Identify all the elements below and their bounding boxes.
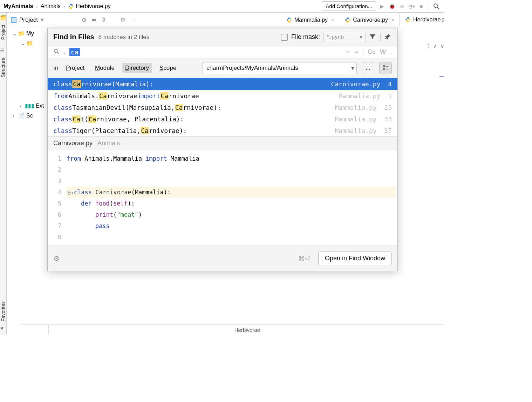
chevron-right-icon: › [34, 3, 39, 9]
chevron-down-icon[interactable]: ▾ [41, 16, 44, 24]
keyboard-shortcut: ⌘⏎ [298, 255, 310, 262]
debug-icon[interactable]: 🐞 [388, 2, 396, 10]
scope-project[interactable]: Project [63, 63, 87, 73]
project-view-icon [11, 17, 16, 23]
structure-icon: ☰ [0, 48, 6, 54]
scope-directory[interactable]: Directory [122, 63, 152, 73]
pin-icon[interactable] [384, 33, 392, 41]
dialog-footer: ⚙ ⌘⏎ Open in Find Window [48, 246, 397, 271]
breadcrumb-file[interactable]: Herbivorae.py [76, 3, 111, 9]
close-icon[interactable]: × [391, 17, 394, 23]
svg-rect-7 [386, 69, 388, 69]
profile-icon[interactable]: ◔▾ [408, 2, 415, 10]
scope-in-label: In [53, 65, 58, 72]
code-gutter: 1 2 3 4 5 6 7 8 [48, 150, 65, 246]
search-row: ⌄ ca × ⤶ Cc W . [48, 46, 397, 59]
preview-header: Carnivorae.py Animals [48, 136, 397, 150]
recursive-toggle[interactable] [379, 62, 392, 74]
filter-icon[interactable] [369, 33, 377, 41]
separator [380, 33, 381, 41]
tree-label: Ext [36, 101, 44, 111]
breadcrumb-mid[interactable]: Animals [41, 3, 61, 9]
chevron-down-icon[interactable]: ⌄ [21, 39, 25, 48]
newline-icon[interactable]: ⤶ [354, 48, 359, 56]
svg-rect-6 [383, 68, 385, 70]
libraries-icon: ▮▮▮ [25, 101, 34, 111]
find-in-files-dialog: Find in Files 8 matches in 2 files File … [47, 28, 398, 271]
result-row[interactable]: class TasmanianDevil(Marsupialia, Carniv… [48, 102, 397, 113]
minimize-icon[interactable]: — [130, 16, 136, 24]
regex-toggle[interactable]: . [390, 48, 392, 56]
tab-herbivorae[interactable]: Herbivorae.py × [400, 13, 444, 27]
tree-label: Sc [26, 111, 33, 121]
coverage-icon[interactable]: ⟲ [398, 2, 405, 10]
svg-line-1 [437, 7, 439, 9]
clear-icon[interactable]: × [346, 48, 349, 56]
python-file-icon [345, 17, 351, 23]
python-file-icon [286, 17, 292, 23]
words-toggle[interactable]: W [380, 48, 386, 56]
search-everywhere-icon[interactable] [432, 2, 440, 10]
directory-path-combo[interactable]: charmProjects/MyAnimals/Animals ▾ [203, 62, 357, 74]
gear-icon[interactable]: ⚙ [53, 254, 60, 263]
directory-path: charmProjects/MyAnimals/Animals [206, 65, 298, 71]
folder-icon: 📁 [26, 39, 33, 48]
occurrence-count: 1 [427, 43, 430, 49]
status-left [21, 325, 49, 335]
run-icon[interactable]: ▶ [378, 2, 386, 10]
chevron-down-icon[interactable]: ▾ [349, 65, 354, 72]
result-row[interactable]: from Animals.Carnivorae import Carnivora… [48, 90, 397, 102]
collapse-all-icon[interactable]: ⇕ [101, 16, 106, 24]
project-tool-button[interactable]: 🗂️ Project [0, 15, 6, 42]
scope-row: In Project Module Directory Scope charmP… [48, 59, 397, 78]
status-breadcrumb[interactable]: Herbivorae [49, 327, 444, 333]
case-sensitive-toggle[interactable]: Cc [368, 48, 376, 56]
search-input[interactable]: ca [69, 48, 80, 56]
preview-file: Carnivorae.py [53, 140, 93, 147]
file-mask-combo[interactable]: *.ipynb ▾ [323, 32, 366, 42]
chevron-right-icon[interactable]: › [19, 101, 23, 111]
favorites-tool-button[interactable]: Favorites ★ [0, 299, 6, 331]
gear-icon[interactable]: ⚙ [120, 16, 125, 24]
result-row[interactable]: class Carnivorae(Mammalia): Carnivorae.p… [48, 78, 397, 90]
chevron-down-icon: ▾ [360, 34, 362, 40]
history-chevron-icon[interactable]: ⌄ [62, 49, 67, 55]
override-marker-icon[interactable]: ⦿↓ [67, 190, 74, 195]
tab-label: Mammalia.py [294, 17, 328, 23]
svg-line-3 [57, 52, 59, 54]
project-label: Project [19, 16, 38, 24]
structure-tool-button[interactable]: ☰ Structure [0, 48, 6, 80]
results-list: class Carnivorae(Mammalia): Carnivorae.p… [48, 78, 397, 136]
up-arrow-icon[interactable]: ∧ [433, 43, 437, 49]
preview-code: 1 2 3 4 5 6 7 8 from Animals.Mammalia im… [48, 150, 397, 246]
open-in-find-window-button[interactable]: Open in Find Window [318, 252, 392, 265]
tab-label: Carnivorae.py [353, 17, 388, 23]
file-mask-label: File mask: [291, 33, 320, 41]
close-icon[interactable]: × [331, 17, 334, 23]
python-file-icon [68, 3, 74, 9]
add-configuration-button[interactable]: Add Configuration... [322, 1, 376, 11]
breadcrumb-root[interactable]: MyAnimals [4, 3, 33, 9]
tab-mammalia[interactable]: Mammalia.py × [281, 13, 339, 27]
nav-occurrence: 1 ∧ ∨ [427, 43, 444, 49]
editor-tabs: Mammalia.py × Carnivorae.py × Herbivorae… [281, 13, 444, 27]
scope-module[interactable]: Module [92, 63, 117, 73]
chevron-down-icon[interactable]: ⌄ [12, 29, 16, 39]
left-tool-gutter: 🗂️ Project ☰ Structure Favorites ★ [0, 13, 7, 335]
locate-icon[interactable]: ⊕ [82, 16, 87, 24]
result-row[interactable]: class Tiger(Placentalia,Carnivorae): Mam… [48, 125, 397, 136]
project-tool-header[interactable]: Project ▾ ⊕ ≑ ⇕ ⚙ — [7, 16, 144, 24]
search-icon [53, 48, 60, 56]
stop-icon[interactable]: ■ [417, 2, 425, 10]
browse-button[interactable]: ... [362, 62, 374, 74]
file-mask-checkbox[interactable] [281, 34, 288, 41]
chevron-right-icon[interactable]: › [12, 111, 16, 121]
expand-all-icon[interactable]: ≑ [91, 16, 96, 24]
svg-rect-4 [383, 65, 385, 67]
code-body[interactable]: from Animals.Mammalia import Mammalia ⦿↓… [65, 150, 397, 246]
tab-carnivorae[interactable]: Carnivorae.py × [339, 13, 400, 27]
project-icon: 🗂️ [0, 15, 6, 21]
scope-scope[interactable]: Scope [157, 63, 179, 73]
down-arrow-icon[interactable]: ∨ [440, 43, 444, 49]
result-row[interactable]: class Cat(Carnivorae, Placentalia): Mamm… [48, 113, 397, 125]
